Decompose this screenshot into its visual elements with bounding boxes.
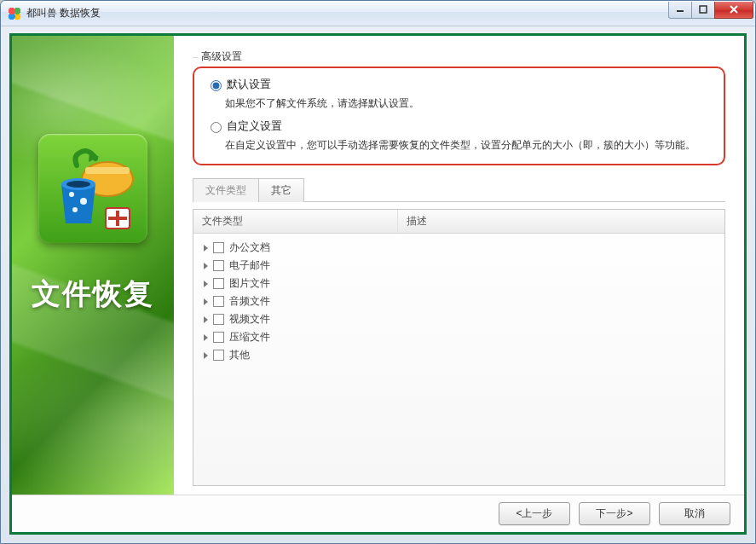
list-item-label: 压缩文件 bbox=[229, 330, 270, 344]
expand-caret-icon[interactable] bbox=[204, 245, 208, 252]
list-item-label: 音频文件 bbox=[229, 294, 270, 309]
back-button[interactable]: <上一步 bbox=[499, 502, 570, 525]
expand-caret-icon[interactable] bbox=[204, 352, 208, 359]
footer: <上一步 下一步> 取消 bbox=[12, 495, 744, 532]
radio-default-desc: 如果您不了解文件系统，请选择默认设置。 bbox=[225, 95, 712, 112]
svg-point-7 bbox=[69, 192, 74, 197]
cancel-button[interactable]: 取消 bbox=[659, 502, 730, 525]
sidebar: 文件恢复 bbox=[12, 36, 174, 495]
col-header-desc[interactable]: 描述 bbox=[398, 210, 724, 233]
file-type-list: 文件类型 描述 办公文档 电子邮件 bbox=[193, 209, 725, 486]
expand-caret-icon[interactable] bbox=[204, 316, 208, 323]
checkbox[interactable] bbox=[213, 278, 224, 289]
radio-custom-input[interactable] bbox=[211, 122, 222, 133]
window-title: 都叫兽 数据恢复 bbox=[26, 6, 669, 20]
window-controls bbox=[669, 2, 753, 19]
checkbox[interactable] bbox=[213, 242, 224, 253]
sidebar-title: 文件恢复 bbox=[12, 275, 174, 314]
main-area: 文件恢复 高级设置 默认设置 如果您不了解文件系统，请选择默认设置。 自定义设置… bbox=[12, 36, 744, 495]
list-item-label: 视频文件 bbox=[229, 312, 270, 327]
checkbox[interactable] bbox=[213, 314, 224, 325]
maximize-icon bbox=[699, 5, 707, 14]
expand-caret-icon[interactable] bbox=[204, 298, 208, 305]
titlebar[interactable]: 都叫兽 数据恢复 bbox=[1, 1, 755, 26]
col-header-type[interactable]: 文件类型 bbox=[193, 210, 398, 233]
close-icon bbox=[729, 4, 739, 14]
list-item[interactable]: 图片文件 bbox=[200, 275, 718, 292]
svg-point-8 bbox=[80, 198, 87, 205]
checkbox[interactable] bbox=[213, 332, 224, 343]
client-area: 文件恢复 高级设置 默认设置 如果您不了解文件系统，请选择默认设置。 自定义设置… bbox=[9, 33, 747, 535]
radio-custom-label: 自定义设置 bbox=[227, 119, 282, 134]
list-item[interactable]: 其他 bbox=[200, 346, 718, 364]
svg-rect-12 bbox=[108, 217, 127, 220]
minimize-icon bbox=[676, 5, 684, 14]
app-window: 都叫兽 数据恢复 bbox=[0, 0, 756, 544]
expand-caret-icon[interactable] bbox=[204, 334, 208, 341]
tab-bar: 文件类型 其它 bbox=[193, 177, 725, 202]
radio-default-input[interactable] bbox=[211, 80, 222, 91]
group-label: 高级设置 bbox=[198, 49, 725, 64]
settings-radio-group: 默认设置 如果您不了解文件系统，请选择默认设置。 自定义设置 在自定义设置中，您… bbox=[193, 67, 725, 165]
app-icon bbox=[8, 7, 21, 20]
tab-file-types[interactable]: 文件类型 bbox=[193, 178, 259, 202]
svg-point-6 bbox=[66, 181, 90, 188]
list-item[interactable]: 视频文件 bbox=[200, 310, 718, 328]
minimize-button[interactable] bbox=[668, 2, 692, 19]
svg-rect-0 bbox=[677, 10, 684, 12]
radio-option-default[interactable]: 默认设置 bbox=[206, 77, 712, 92]
list-item[interactable]: 办公文档 bbox=[200, 239, 718, 257]
expand-caret-icon[interactable] bbox=[204, 263, 208, 269]
svg-rect-1 bbox=[700, 6, 707, 13]
content-panel: 高级设置 默认设置 如果您不了解文件系统，请选择默认设置。 自定义设置 在自定义… bbox=[174, 36, 744, 495]
tab-other[interactable]: 其它 bbox=[258, 178, 304, 202]
list-item-label: 其他 bbox=[229, 348, 250, 362]
svg-point-9 bbox=[72, 207, 78, 212]
checkbox[interactable] bbox=[213, 350, 224, 361]
svg-rect-3 bbox=[85, 167, 130, 174]
next-button[interactable]: 下一步> bbox=[579, 502, 650, 525]
list-item[interactable]: 电子邮件 bbox=[200, 257, 718, 275]
radio-option-custom[interactable]: 自定义设置 bbox=[206, 119, 712, 134]
list-item[interactable]: 音频文件 bbox=[200, 292, 718, 310]
list-header: 文件类型 描述 bbox=[193, 210, 724, 234]
radio-custom-desc: 在自定义设置中，您可以手动选择需要恢复的文件类型，设置分配单元的大小（即，簇的大… bbox=[225, 137, 712, 153]
list-body[interactable]: 办公文档 电子邮件 图片文件 bbox=[193, 234, 724, 485]
sidebar-app-icon bbox=[38, 134, 147, 243]
list-item-label: 办公文档 bbox=[229, 240, 270, 255]
file-recovery-icon bbox=[46, 142, 140, 235]
close-button[interactable] bbox=[714, 2, 753, 19]
radio-default-label: 默认设置 bbox=[227, 77, 271, 92]
checkbox[interactable] bbox=[213, 260, 224, 271]
list-item-label: 图片文件 bbox=[229, 276, 270, 291]
checkbox[interactable] bbox=[213, 296, 224, 307]
maximize-button[interactable] bbox=[691, 2, 715, 19]
expand-caret-icon[interactable] bbox=[204, 281, 208, 287]
list-item[interactable]: 压缩文件 bbox=[200, 328, 718, 346]
list-item-label: 电子邮件 bbox=[229, 258, 270, 273]
